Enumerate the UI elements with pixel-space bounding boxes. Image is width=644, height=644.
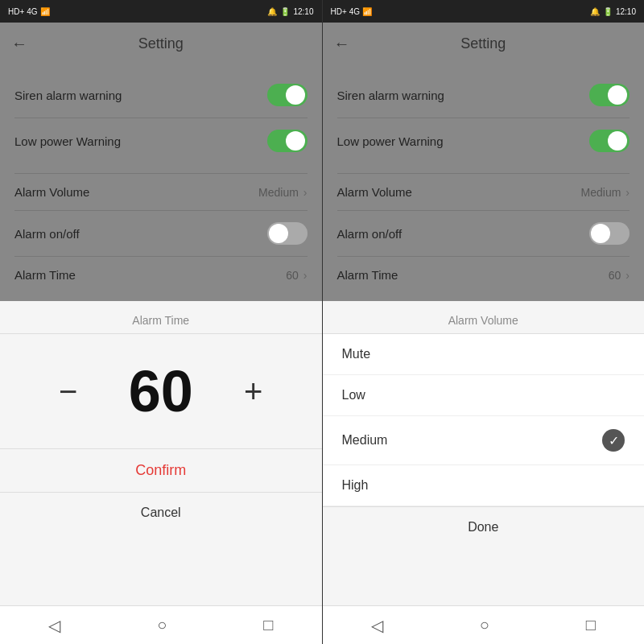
left-siren-toggle[interactable] <box>267 84 308 106</box>
left-cancel-button[interactable]: Cancel <box>0 493 322 533</box>
right-status-left: HD+ 4G 📶 <box>331 7 373 16</box>
left-settings-area: Siren alarm warning Low power Warning Al… <box>0 64 322 301</box>
right-battery-icon: 🔋 <box>603 7 613 16</box>
left-header-title: Setting <box>138 35 184 52</box>
left-siren-label: Siren alarm warning <box>14 89 122 102</box>
left-spacer1 <box>0 163 322 173</box>
left-time: 12:10 <box>293 7 313 16</box>
left-signal-icon: 4G <box>27 7 37 16</box>
left-minus-button[interactable]: − <box>48 374 89 410</box>
left-lowpower-toggle[interactable] <box>267 130 308 152</box>
right-siren-label: Siren alarm warning <box>337 89 444 102</box>
right-volume-option-medium-label: Medium <box>342 433 388 448</box>
left-status-right: 🔔 🔋 12:10 <box>267 7 313 16</box>
right-volume-arrow: › <box>625 186 630 199</box>
left-status-bar: HD+ 4G 📶 🔔 🔋 12:10 <box>0 0 322 23</box>
right-wifi-icon: 📶 <box>362 7 372 16</box>
right-app-header: ← Setting <box>323 23 645 64</box>
right-volume-value-group: Medium › <box>581 186 630 199</box>
right-alarmtime-row[interactable]: Alarm Time 60 › <box>323 257 645 293</box>
left-volume-label: Alarm Volume <box>14 185 89 199</box>
right-volume-option-high-label: High <box>342 478 369 493</box>
right-volume-option-medium-checkmark: ✓ <box>602 429 625 452</box>
right-header-title: Setting <box>460 35 506 52</box>
right-status-right: 🔔 🔋 12:10 <box>590 7 636 16</box>
left-alarmtime-value-group: 60 › <box>286 269 307 282</box>
right-spacer1 <box>323 163 645 173</box>
left-app-header: ← Setting <box>0 23 322 64</box>
left-confirm-button[interactable]: Confirm <box>0 448 322 493</box>
left-alarmonoff-toggle-thumb <box>269 224 288 243</box>
right-panel: HD+ 4G 📶 🔔 🔋 12:10 ← Setting Siren alarm… <box>323 0 645 644</box>
right-alarmtime-arrow: › <box>625 269 630 282</box>
left-alarmonoff-toggle[interactable] <box>267 222 308 245</box>
left-alarmtime-value: 60 <box>286 269 299 282</box>
left-alarmonoff-label: Alarm on/off <box>14 227 80 241</box>
right-volume-value: Medium <box>581 186 621 199</box>
right-volume-option-high[interactable]: High <box>323 465 645 506</box>
right-done-button[interactable]: Done <box>323 506 645 547</box>
right-nav-recent-icon[interactable]: □ <box>586 616 596 634</box>
right-alarmtime-value: 60 <box>609 269 621 282</box>
left-battery-icon: 🔋 <box>280 7 290 16</box>
left-nav-recent-icon[interactable]: □ <box>263 616 273 634</box>
left-alarmonoff-row: Alarm on/off <box>0 211 322 256</box>
right-siren-toggle[interactable] <box>589 84 630 106</box>
right-volume-label: Alarm Volume <box>337 185 412 199</box>
right-network-icon: HD+ <box>331 7 347 16</box>
left-alarm-icon: 🔔 <box>267 7 277 16</box>
left-siren-row: Siren alarm warning <box>0 72 322 118</box>
right-bottom-sheet: Alarm Volume Mute Low Medium ✓ High Done <box>323 301 645 605</box>
right-lowpower-toggle-thumb <box>608 131 627 151</box>
left-network-icon: HD+ <box>8 7 24 16</box>
right-alarm-icon: 🔔 <box>590 7 600 16</box>
right-siren-toggle-thumb <box>608 85 627 105</box>
right-back-button[interactable]: ← <box>334 35 350 53</box>
left-stepper-row: − 60 + <box>0 334 322 448</box>
right-settings-area: Siren alarm warning Low power Warning Al… <box>323 64 645 301</box>
right-volume-option-medium[interactable]: Medium ✓ <box>323 416 645 465</box>
right-alarmtime-label: Alarm Time <box>337 268 398 282</box>
left-volume-arrow: › <box>303 186 308 199</box>
left-bottom-sheet: Alarm Time − 60 + Confirm Cancel <box>0 301 322 605</box>
right-signal-icon: 4G <box>349 7 360 16</box>
right-nav-bar: ◁ ○ □ <box>323 605 645 644</box>
left-wifi-icon: 📶 <box>40 7 50 16</box>
left-nav-bar: ◁ ○ □ <box>0 605 322 644</box>
left-lowpower-toggle-thumb <box>286 131 305 151</box>
right-volume-option-low-label: Low <box>342 388 365 402</box>
right-volume-option-mute[interactable]: Mute <box>323 334 645 375</box>
left-back-button[interactable]: ← <box>11 35 27 53</box>
left-nav-back-icon[interactable]: ◁ <box>48 616 60 635</box>
left-volume-value-group: Medium › <box>258 186 307 199</box>
right-lowpower-label: Low power Warning <box>337 134 444 148</box>
right-siren-row: Siren alarm warning <box>323 72 645 118</box>
right-nav-back-icon[interactable]: ◁ <box>371 616 383 635</box>
left-alarmtime-arrow: › <box>303 269 308 282</box>
left-alarmtime-label: Alarm Time <box>14 268 76 282</box>
left-nav-home-icon[interactable]: ○ <box>157 616 167 634</box>
right-volume-row[interactable]: Alarm Volume Medium › <box>323 174 645 210</box>
right-nav-home-icon[interactable]: ○ <box>480 616 489 634</box>
left-panel: HD+ 4G 📶 🔔 🔋 12:10 ← Setting Siren alarm… <box>0 0 322 644</box>
right-lowpower-toggle[interactable] <box>589 130 630 152</box>
right-alarmonoff-row: Alarm on/off <box>323 211 645 256</box>
right-alarmtime-value-group: 60 › <box>609 269 630 282</box>
right-alarmonoff-label: Alarm on/off <box>337 227 402 241</box>
right-lowpower-row: Low power Warning <box>323 118 645 163</box>
right-alarmonoff-toggle-thumb <box>591 224 610 243</box>
left-stepper-value: 60 <box>121 358 201 424</box>
left-volume-value: Medium <box>258 186 299 199</box>
left-sheet-title: Alarm Time <box>0 301 322 334</box>
left-plus-button[interactable]: + <box>233 374 274 410</box>
left-status-left: HD+ 4G 📶 <box>8 7 50 16</box>
left-lowpower-label: Low power Warning <box>14 134 121 148</box>
left-volume-row[interactable]: Alarm Volume Medium › <box>0 174 322 210</box>
right-volume-option-low[interactable]: Low <box>323 375 645 416</box>
right-sheet-title: Alarm Volume <box>323 301 645 334</box>
right-alarmonoff-toggle[interactable] <box>589 222 630 245</box>
left-siren-toggle-thumb <box>286 85 305 105</box>
right-time: 12:10 <box>616 7 636 16</box>
right-volume-option-mute-label: Mute <box>342 347 371 361</box>
left-alarmtime-row[interactable]: Alarm Time 60 › <box>0 257 322 293</box>
